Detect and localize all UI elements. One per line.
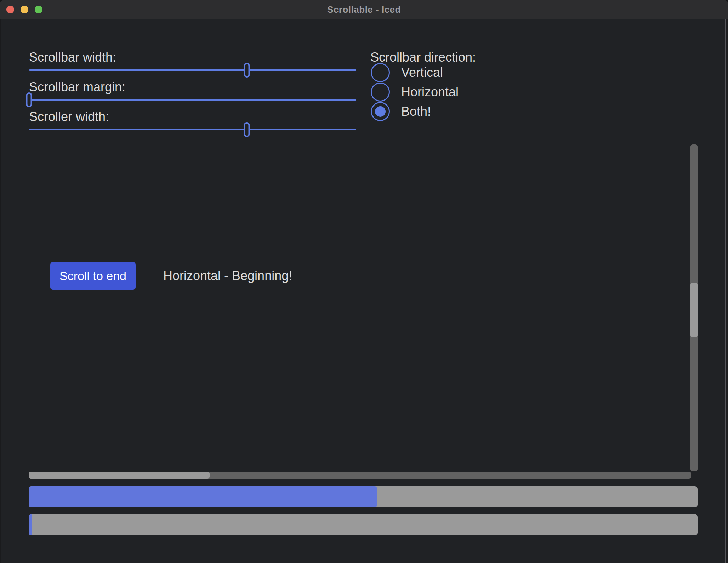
- slider-rail: [29, 69, 356, 71]
- window-right-edge: [725, 19, 728, 563]
- radio-label: Horizontal: [401, 85, 459, 99]
- horizontal-progress-bar: [29, 486, 698, 507]
- slider-scrollbar-width[interactable]: [29, 63, 356, 78]
- horizontal-scrollbar-thumb[interactable]: [29, 472, 210, 479]
- radio-label: Vertical: [401, 65, 443, 80]
- radio-option-vertical[interactable]: Vertical: [371, 63, 443, 82]
- app-window: Scrollable - Iced Scrollbar width: Scrol…: [0, 0, 728, 563]
- slider-scrollbar-margin[interactable]: [29, 92, 356, 107]
- vertical-progress-fill: [29, 514, 32, 535]
- horizontal-progress-fill: [29, 486, 377, 507]
- vertical-scrollbar-track[interactable]: [690, 144, 698, 471]
- scroll-to-end-button[interactable]: Scroll to end: [50, 262, 136, 290]
- slider-handle[interactable]: [244, 63, 250, 78]
- window-title: Scrollable - Iced: [0, 0, 728, 19]
- slider-rail: [29, 129, 356, 130]
- slider-handle[interactable]: [26, 92, 32, 107]
- horizontal-scrollbar-track[interactable]: [29, 472, 691, 479]
- slider-scroller-width[interactable]: [29, 122, 356, 137]
- radio-circle-icon: [371, 102, 390, 121]
- slider-rail: [29, 99, 356, 101]
- radio-option-both[interactable]: Both!: [371, 102, 431, 121]
- scroll-status-text: Horizontal - Beginning!: [163, 262, 292, 290]
- radio-circle-icon: [371, 63, 390, 82]
- slider-handle[interactable]: [244, 122, 250, 137]
- vertical-scrollbar-thumb[interactable]: [690, 283, 698, 337]
- window-left-edge: [0, 19, 1, 563]
- titlebar: Scrollable - Iced: [0, 0, 728, 19]
- vertical-progress-bar: [29, 514, 698, 535]
- radio-circle-icon: [371, 83, 390, 102]
- radio-label: Both!: [401, 104, 431, 119]
- radio-dot: [375, 106, 386, 117]
- radio-option-horizontal[interactable]: Horizontal: [371, 83, 459, 102]
